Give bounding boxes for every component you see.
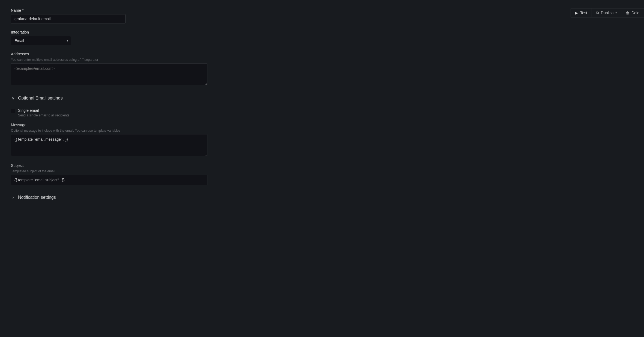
integration-select[interactable]: Email Slack PagerDuty OpsGenie VictorOps… xyxy=(11,36,71,45)
notification-chevron-icon: › xyxy=(11,195,15,200)
duplicate-icon: ⧉ xyxy=(596,11,599,15)
integration-select-wrapper: Email Slack PagerDuty OpsGenie VictorOps… xyxy=(11,36,71,45)
addresses-label: Addresses xyxy=(11,52,213,56)
addresses-hint: You can enter multiple email addresses u… xyxy=(11,58,213,62)
message-field-group: Message Optional message to include with… xyxy=(11,123,213,157)
test-button[interactable]: ▶ Test xyxy=(571,8,592,17)
notification-section-title: Notification settings xyxy=(18,195,56,200)
test-icon: ▶ xyxy=(575,11,578,15)
subject-field-group: Subject Templated subject of the email xyxy=(11,163,213,185)
single-email-hint: Send a single email to all recipients xyxy=(18,113,69,117)
test-label: Test xyxy=(580,11,587,15)
notification-section-header[interactable]: › Notification settings xyxy=(11,192,213,203)
delete-label: Dele xyxy=(631,11,639,15)
duplicate-label: Duplicate xyxy=(601,11,617,15)
single-email-checkbox[interactable] xyxy=(11,109,15,113)
message-label: Message xyxy=(11,123,213,127)
form-container: Name * Integration Email Slack PagerDuty… xyxy=(11,8,213,203)
duplicate-button[interactable]: ⧉ Duplicate xyxy=(592,8,621,17)
optional-email-chevron-icon: ∨ xyxy=(11,96,15,100)
optional-email-section-title: Optional Email settings xyxy=(18,96,63,101)
delete-icon: 🗑 xyxy=(626,11,629,15)
name-label: Name * xyxy=(11,8,213,13)
toolbar: ▶ Test ⧉ Duplicate 🗑 Dele xyxy=(571,8,644,17)
integration-label: Integration xyxy=(11,30,213,34)
single-email-label-group: Single email Send a single email to all … xyxy=(18,108,69,117)
single-email-label: Single email xyxy=(18,108,69,113)
addresses-textarea[interactable] xyxy=(11,63,207,85)
single-email-row: Single email Send a single email to all … xyxy=(11,108,213,117)
subject-hint: Templated subject of the email xyxy=(11,169,213,173)
subject-input[interactable] xyxy=(11,175,207,185)
delete-button[interactable]: 🗑 Dele xyxy=(621,8,644,17)
subject-label: Subject xyxy=(11,163,213,168)
integration-field-group: Integration Email Slack PagerDuty OpsGen… xyxy=(11,30,213,45)
name-field-group: Name * xyxy=(11,8,213,23)
optional-email-section-header[interactable]: ∨ Optional Email settings xyxy=(11,92,213,104)
message-textarea[interactable]: {{ template "email.message" . }} xyxy=(11,134,207,156)
name-input[interactable] xyxy=(11,14,126,23)
addresses-field-group: Addresses You can enter multiple email a… xyxy=(11,52,213,86)
message-hint: Optional message to include with the ema… xyxy=(11,129,213,133)
